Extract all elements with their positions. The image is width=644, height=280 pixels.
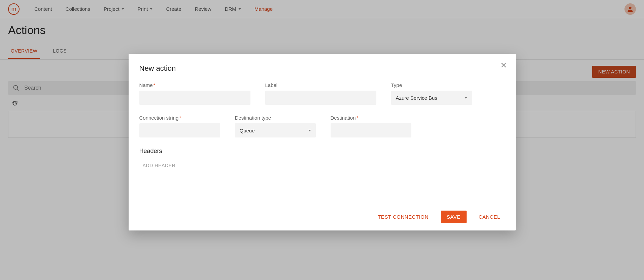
field-type: Type Azure Service Bus	[391, 82, 472, 105]
field-connection-string: Connection string*	[139, 115, 220, 137]
name-label: Name*	[139, 82, 250, 88]
label-label: Label	[265, 82, 376, 88]
chevron-down-icon	[465, 97, 467, 99]
connstr-label: Connection string*	[139, 115, 220, 121]
label-text: Destination	[331, 115, 356, 121]
headers-section-title: Headers	[139, 148, 505, 155]
close-icon[interactable]: ✕	[500, 61, 507, 69]
label-input[interactable]	[265, 91, 376, 105]
modal-footer: TEST CONNECTION SAVE CANCEL	[139, 211, 505, 223]
name-input[interactable]	[139, 91, 250, 105]
save-button[interactable]: SAVE	[441, 211, 467, 223]
required-marker: *	[357, 115, 359, 121]
desttype-label: Destination type	[235, 115, 316, 121]
label-text: Name	[139, 82, 153, 88]
field-destination: Destination*	[331, 115, 411, 137]
desttype-value: Queue	[240, 128, 255, 133]
destination-type-select[interactable]: Queue	[235, 123, 316, 137]
connection-string-input[interactable]	[139, 123, 220, 137]
required-marker: *	[154, 82, 156, 88]
destination-input[interactable]	[331, 123, 411, 137]
test-connection-button[interactable]: TEST CONNECTION	[373, 211, 433, 223]
new-action-modal: New action ✕ Name* Label Type Azure Serv…	[129, 54, 516, 230]
field-name: Name*	[139, 82, 250, 105]
modal-title: New action	[139, 64, 505, 73]
type-label: Type	[391, 82, 472, 88]
label-text: Connection string	[139, 115, 179, 121]
cancel-button[interactable]: CANCEL	[474, 211, 505, 223]
add-header-button[interactable]: ADD HEADER	[139, 161, 179, 170]
modal-overlay: New action ✕ Name* Label Type Azure Serv…	[0, 0, 644, 280]
field-destination-type: Destination type Queue	[235, 115, 316, 137]
destination-label: Destination*	[331, 115, 411, 121]
type-value: Azure Service Bus	[396, 95, 437, 101]
type-select[interactable]: Azure Service Bus	[391, 91, 472, 105]
chevron-down-icon	[308, 130, 311, 131]
required-marker: *	[179, 115, 181, 121]
field-label: Label	[265, 82, 376, 105]
